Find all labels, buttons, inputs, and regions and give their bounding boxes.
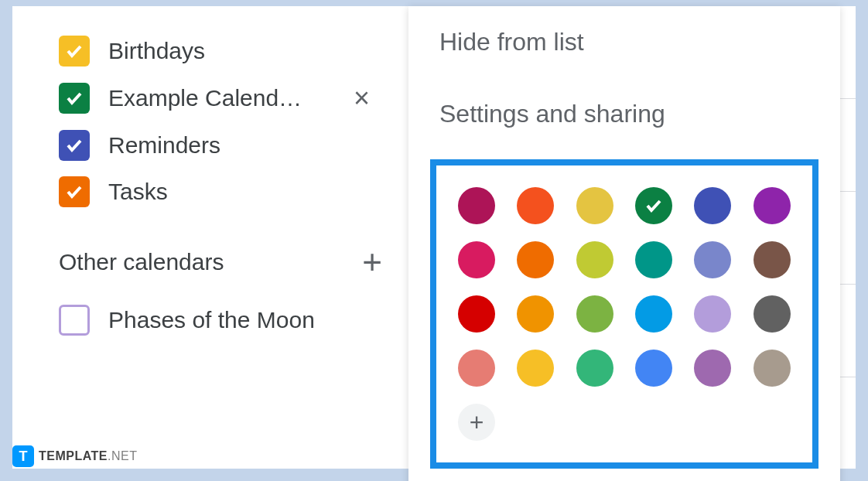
color-swatch[interactable] — [576, 350, 613, 387]
color-swatch[interactable] — [754, 241, 791, 278]
color-swatch[interactable] — [576, 241, 613, 278]
color-swatch[interactable] — [694, 350, 731, 387]
calendar-list: BirthdaysExample Calend…×RemindersTasks — [59, 28, 376, 215]
color-swatch[interactable] — [754, 187, 791, 224]
sidebar: BirthdaysExample Calend…×RemindersTasks … — [12, 6, 407, 469]
other-calendars-header: Other calendars + — [59, 243, 376, 281]
calendar-checkbox[interactable] — [59, 130, 90, 161]
calendar-checkbox[interactable] — [59, 83, 90, 114]
color-swatch[interactable] — [635, 187, 672, 224]
calendar-label: Birthdays — [108, 38, 376, 64]
add-calendar-button[interactable]: + — [362, 243, 382, 281]
color-swatch[interactable] — [694, 295, 731, 333]
color-swatch[interactable] — [754, 295, 791, 333]
color-swatch[interactable] — [517, 295, 554, 333]
calendar-checkbox[interactable] — [59, 176, 90, 207]
section-title: Other calendars — [59, 249, 224, 275]
calendar-item[interactable]: Phases of the Moon — [59, 297, 376, 343]
watermark-text: TEMPLATE.NET — [39, 449, 137, 463]
color-swatch[interactable] — [576, 295, 613, 333]
calendar-item[interactable]: Birthdays — [59, 28, 376, 74]
menu-item[interactable]: Settings and sharing — [408, 78, 840, 150]
calendar-label: Tasks — [108, 179, 376, 205]
menu-list: Hide from listSettings and sharing — [408, 6, 840, 150]
color-grid: + — [458, 187, 791, 441]
close-icon[interactable]: × — [347, 82, 376, 114]
add-custom-color-button[interactable]: + — [458, 404, 495, 441]
color-swatch[interactable] — [635, 295, 672, 333]
calendar-label: Example Calend… — [108, 85, 329, 111]
color-picker-section: + — [430, 159, 818, 469]
calendar-item[interactable]: Example Calend…× — [59, 74, 376, 122]
calendar-label: Reminders — [108, 132, 376, 159]
color-swatch[interactable] — [458, 350, 495, 387]
color-swatch[interactable] — [458, 295, 495, 333]
calendar-options-popup: Hide from listSettings and sharing + — [408, 6, 840, 481]
watermark: T TEMPLATE.NET — [12, 445, 137, 467]
color-swatch[interactable] — [694, 241, 731, 278]
calendar-checkbox[interactable] — [59, 305, 90, 336]
menu-item[interactable]: Hide from list — [408, 6, 840, 78]
color-swatch[interactable] — [635, 350, 672, 387]
calendar-item[interactable]: Reminders — [59, 122, 376, 169]
color-swatch[interactable] — [635, 241, 672, 278]
calendar-checkbox[interactable] — [59, 36, 90, 67]
main-container: BirthdaysExample Calend…×RemindersTasks … — [12, 6, 856, 469]
calendar-item[interactable]: Tasks — [59, 169, 376, 215]
color-swatch[interactable] — [576, 187, 613, 224]
color-swatch[interactable] — [517, 241, 554, 278]
color-swatch[interactable] — [754, 350, 791, 387]
color-swatch[interactable] — [517, 350, 554, 387]
watermark-icon: T — [12, 445, 34, 467]
calendar-label: Phases of the Moon — [108, 307, 376, 333]
color-swatch[interactable] — [694, 187, 731, 224]
color-swatch[interactable] — [458, 187, 495, 224]
color-swatch[interactable] — [458, 241, 495, 278]
color-swatch[interactable] — [517, 187, 554, 224]
other-calendar-list: Phases of the Moon — [59, 297, 376, 343]
